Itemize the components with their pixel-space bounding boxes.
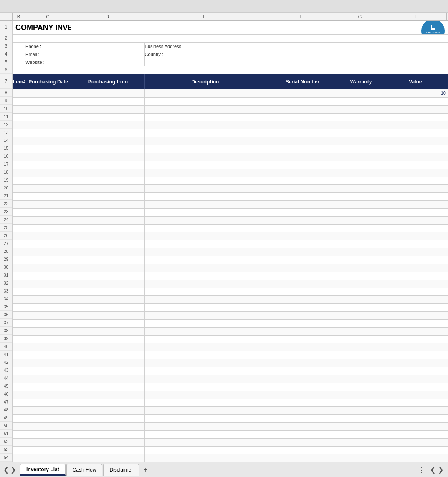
table-row[interactable] [13, 431, 448, 439]
data-cell[interactable] [13, 367, 25, 375]
data-cell[interactable] [13, 336, 25, 343]
data-cell[interactable] [266, 312, 339, 320]
data-cell[interactable] [339, 312, 383, 320]
table-row[interactable] [13, 439, 448, 447]
data-cell[interactable] [144, 407, 266, 415]
data-cell[interactable] [25, 145, 71, 153]
data-cell[interactable] [266, 209, 339, 217]
data-cell[interactable] [383, 399, 448, 407]
data-cell[interactable] [144, 153, 266, 161]
data-cell[interactable] [339, 161, 383, 169]
data-cell[interactable] [144, 320, 266, 328]
data-cell[interactable] [144, 423, 266, 431]
data-cell[interactable] [13, 431, 25, 439]
data-cell[interactable] [266, 320, 339, 328]
data-cell[interactable] [25, 312, 71, 320]
data-cell[interactable] [339, 129, 383, 137]
data-cell[interactable] [383, 312, 448, 320]
data-cell[interactable] [25, 177, 71, 185]
data-cell[interactable] [383, 193, 448, 201]
data-cell[interactable] [71, 121, 144, 129]
data-cell[interactable] [13, 391, 25, 399]
data-cell[interactable] [25, 201, 71, 209]
data-cell[interactable] [383, 114, 448, 121]
table-row[interactable] [13, 415, 448, 423]
data-cell[interactable] [13, 209, 25, 217]
data-cell[interactable] [144, 121, 266, 129]
data-cell[interactable] [13, 439, 25, 447]
table-row[interactable] [13, 399, 448, 407]
data-cell[interactable] [383, 129, 448, 137]
data-cell[interactable] [71, 407, 144, 415]
data-cell[interactable] [383, 161, 448, 169]
data-cell[interactable] [266, 454, 339, 462]
data-cell[interactable] [25, 447, 71, 454]
data-item[interactable] [13, 89, 25, 97]
data-cell[interactable] [144, 383, 266, 391]
table-row[interactable] [13, 209, 448, 217]
data-cell[interactable] [25, 383, 71, 391]
data-cell[interactable] [266, 399, 339, 407]
data-cell[interactable] [144, 177, 266, 185]
table-row[interactable] [13, 343, 448, 351]
data-cell[interactable] [25, 423, 71, 431]
data-cell[interactable] [71, 343, 144, 351]
data-cell[interactable] [25, 264, 71, 272]
data-cell[interactable] [266, 137, 339, 145]
data-cell[interactable] [13, 106, 25, 114]
data-cell[interactable] [25, 121, 71, 129]
data-cell[interactable] [383, 328, 448, 336]
data-cell[interactable] [144, 359, 266, 367]
data-cell[interactable] [383, 391, 448, 399]
data-cell[interactable] [339, 240, 383, 248]
data-cell[interactable] [25, 225, 71, 232]
data-cell[interactable] [25, 391, 71, 399]
data-cell[interactable] [13, 232, 25, 240]
data-cell[interactable] [383, 367, 448, 375]
website-value[interactable] [71, 58, 144, 66]
data-cell[interactable] [266, 185, 339, 193]
data-cell[interactable] [339, 351, 383, 359]
data-cell[interactable] [144, 217, 266, 225]
data-cell[interactable] [144, 336, 266, 343]
table-row[interactable] [13, 248, 448, 256]
data-cell[interactable] [144, 161, 266, 169]
data-cell[interactable] [266, 304, 339, 312]
data-cell[interactable] [266, 415, 339, 423]
data-cell[interactable] [25, 296, 71, 304]
data-cell[interactable] [339, 407, 383, 415]
data-cell[interactable] [25, 98, 71, 106]
data-cell[interactable] [144, 304, 266, 312]
data-cell[interactable] [339, 415, 383, 423]
data-cell[interactable] [144, 391, 266, 399]
data-cell[interactable] [266, 288, 339, 296]
data-cell[interactable] [13, 153, 25, 161]
data-cell[interactable] [339, 328, 383, 336]
data-cell[interactable] [339, 359, 383, 367]
tab-inventory-list[interactable]: Inventory List [20, 464, 66, 476]
data-cell[interactable] [71, 169, 144, 177]
data-cell[interactable] [71, 145, 144, 153]
data-cell[interactable] [13, 312, 25, 320]
data-cell[interactable] [13, 415, 25, 423]
data-cell[interactable] [339, 106, 383, 114]
data-cell[interactable] [266, 328, 339, 336]
data-cell[interactable] [71, 201, 144, 209]
data-cell[interactable] [25, 256, 71, 264]
data-cell[interactable] [71, 106, 144, 114]
data-cell[interactable] [383, 280, 448, 288]
data-cell[interactable] [339, 391, 383, 399]
data-cell[interactable] [383, 106, 448, 114]
data-cell[interactable] [71, 193, 144, 201]
data-cell[interactable] [339, 169, 383, 177]
table-row[interactable] [13, 447, 448, 454]
data-cell[interactable] [339, 121, 383, 129]
data-cell[interactable] [266, 296, 339, 304]
data-cell[interactable] [25, 137, 71, 145]
data-cell[interactable] [266, 359, 339, 367]
data-cell[interactable] [144, 137, 266, 145]
data-cell[interactable] [144, 447, 266, 454]
data-from[interactable] [71, 89, 144, 97]
data-cell[interactable] [71, 447, 144, 454]
data-cell[interactable] [71, 439, 144, 447]
